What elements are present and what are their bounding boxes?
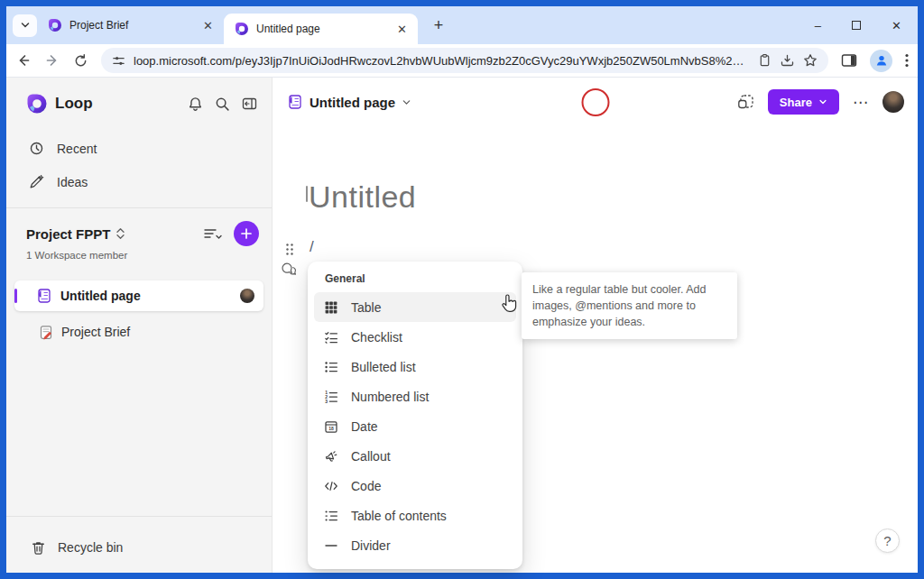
clipboard-icon[interactable] [758, 53, 772, 68]
app-content: Loop Recent [6, 78, 918, 573]
loop-page-icon [287, 94, 303, 110]
chevron-down-icon [402, 97, 411, 107]
sidebar-item-recent[interactable]: Recent [6, 132, 272, 165]
chevron-down-icon [20, 20, 31, 31]
table-tooltip: Like a regular table but cooler. Add ima… [522, 272, 737, 339]
minimize-button[interactable]: – [815, 20, 821, 32]
sidebar-divider [6, 207, 272, 208]
person-icon [874, 53, 889, 68]
checklist-icon [324, 330, 338, 345]
menu-item-divider[interactable]: Divider [314, 530, 516, 560]
forward-button[interactable] [44, 52, 60, 69]
search-button[interactable] [215, 96, 230, 112]
clock-icon [29, 141, 44, 156]
text-cursor [306, 186, 308, 202]
kebab-menu-icon [905, 53, 909, 68]
menu-item-label: Bulleted list [351, 360, 416, 374]
copy-component-button[interactable] [737, 94, 754, 110]
browser-profile-avatar[interactable] [870, 50, 892, 72]
collapse-sidebar-button[interactable] [242, 96, 257, 111]
sidebar-page-untitled[interactable]: Untitled page [14, 280, 263, 311]
close-button[interactable]: ✕ [892, 20, 901, 32]
side-panel-button[interactable] [841, 53, 857, 68]
sort-filter-icon [203, 226, 223, 241]
new-page-button[interactable] [234, 221, 259, 246]
pen-sparkle-icon [29, 174, 44, 189]
help-button[interactable]: ? [875, 528, 900, 553]
menu-item-code[interactable]: Code [314, 471, 516, 501]
tab-close-button[interactable]: ✕ [199, 17, 217, 34]
browser-tab-project-brief[interactable]: Project Brief ✕ [37, 10, 224, 41]
sidebar-item-ideas[interactable]: Ideas [6, 165, 272, 198]
forward-arrow-icon [44, 52, 60, 69]
presence-avatar[interactable] [581, 88, 609, 116]
table-of-contents-icon [324, 509, 338, 523]
browser-menu-button[interactable] [905, 53, 909, 68]
menu-item-date[interactable]: 18 Date [314, 411, 516, 441]
menu-item-label: Checklist [351, 330, 402, 345]
new-tab-button[interactable]: + [427, 14, 450, 37]
drag-handle[interactable] [284, 243, 295, 256]
page-label: Untitled page [60, 289, 141, 303]
workspace-switcher[interactable]: Project FPPT [26, 226, 125, 242]
tab-search-button[interactable] [13, 14, 37, 37]
bell-icon [188, 96, 203, 112]
tab-title: Project Brief [69, 19, 192, 32]
reload-button[interactable] [73, 53, 88, 69]
megaphone-icon [324, 449, 338, 464]
window-controls: – ✕ [815, 20, 918, 32]
menu-section-label: General [314, 269, 516, 292]
view-options-button[interactable] [203, 226, 223, 241]
share-button[interactable]: Share [768, 89, 839, 115]
workspace-name: Project FPPT [26, 226, 110, 242]
user-avatar[interactable] [882, 91, 904, 113]
updown-chevrons-icon [116, 227, 125, 240]
svg-text:3: 3 [325, 398, 328, 403]
menu-item-bulleted-list[interactable]: Bulleted list [314, 352, 516, 381]
sidebar-page-project-brief[interactable]: Project Brief [14, 317, 263, 347]
page-header: Untitled page Share ⋯ [273, 78, 918, 126]
notifications-button[interactable] [188, 96, 203, 112]
page-title: Untitled page [310, 95, 395, 110]
code-icon [324, 479, 338, 493]
tab-close-button[interactable]: ✕ [393, 21, 411, 38]
menu-item-callout[interactable]: Callout [314, 441, 516, 471]
sidebar-divider [6, 516, 272, 517]
menu-item-numbered-list[interactable]: 123 Numbered list [314, 381, 516, 411]
page-heading[interactable]: Untitled [309, 179, 416, 215]
comment-icon [281, 262, 297, 277]
recycle-bin-button[interactable]: Recycle bin [6, 528, 272, 567]
menu-item-table-of-contents[interactable]: Table of contents [314, 501, 516, 530]
drag-dots-icon [284, 243, 295, 256]
browser-window: Project Brief ✕ Untitled page ✕ + – ✕ lo… [0, 0, 924, 579]
document-pen-icon [39, 325, 53, 340]
numbered-list-icon: 123 [324, 390, 338, 404]
bookmark-star-icon[interactable] [803, 53, 818, 68]
menu-item-table[interactable]: Table [314, 292, 516, 322]
menu-item-label: Callout [351, 449, 391, 464]
install-app-icon[interactable] [780, 53, 795, 68]
loop-favicon [48, 18, 62, 32]
slash-command-text: / [310, 238, 314, 256]
back-button[interactable] [15, 52, 32, 69]
side-panel-icon [841, 53, 857, 68]
tab-title: Untitled page [256, 23, 386, 35]
add-comment-button[interactable] [281, 262, 297, 277]
menu-item-label: Code [351, 479, 381, 493]
menu-item-checklist[interactable]: Checklist [314, 322, 516, 352]
share-label: Share [780, 96, 812, 109]
address-bar[interactable]: loop.microsoft.com/p/eyJ3Ijp7InUiOiJodHR… [101, 48, 828, 73]
loop-page-icon [36, 288, 52, 304]
menu-item-label: Divider [351, 538, 391, 553]
more-options-button[interactable]: ⋯ [853, 93, 869, 112]
maximize-button[interactable] [852, 21, 861, 30]
sidebar-item-label: Recent [57, 142, 97, 156]
page-label: Project Brief [61, 325, 130, 339]
panel-collapse-icon [242, 96, 257, 111]
browser-tab-untitled-page[interactable]: Untitled page ✕ [224, 14, 418, 44]
page-title-menu[interactable]: Untitled page [287, 94, 411, 110]
table-icon [324, 300, 338, 315]
slash-command-menu: General Table Checklist Bulleted list 12… [308, 262, 522, 569]
sidebar-item-label: Ideas [57, 175, 88, 189]
chevron-down-icon [818, 97, 827, 106]
